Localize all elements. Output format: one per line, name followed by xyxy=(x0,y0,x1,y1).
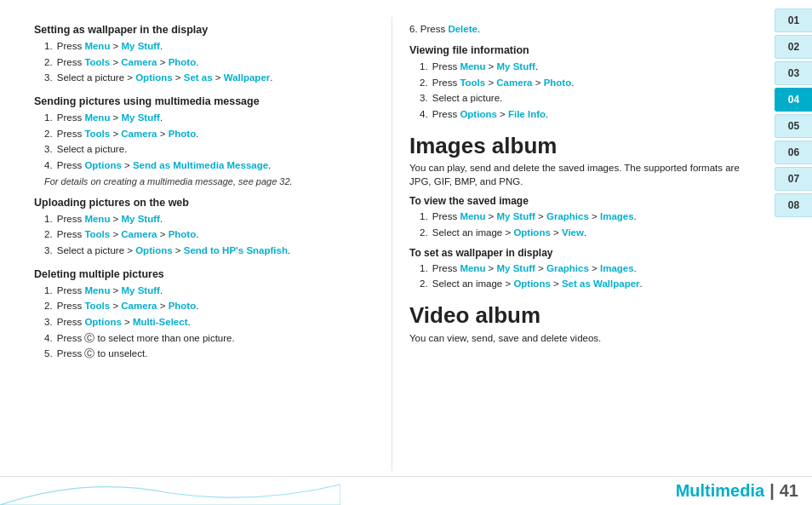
section4-heading: Deleting multiple pictures xyxy=(34,268,375,280)
note-mms: For details on creating a multimedia mes… xyxy=(44,176,375,187)
step6-line: 6. Press Delete. xyxy=(409,24,751,34)
list-item: 2. Select an image > Options > View. xyxy=(420,226,751,240)
link-photo: Photo xyxy=(169,229,197,239)
link-images: Images xyxy=(600,211,634,221)
list-item: 4. Press Ⓒ to select more than one pictu… xyxy=(44,331,375,346)
images-album-heading: Images album xyxy=(409,134,751,158)
view-saved-heading: To view the saved image xyxy=(409,195,751,207)
list-item: 3. Select a picture. xyxy=(44,142,375,157)
sidebar: 01 02 03 04 05 06 07 08 xyxy=(768,0,812,505)
section4-steps: 1. Press Menu > My Stuff. 2. Press Tools… xyxy=(34,284,375,361)
link-mystuff: My Stuff xyxy=(122,214,160,224)
link-photo: Photo xyxy=(544,77,572,88)
list-item: 1. Press Menu > My Stuff > Graphics > Im… xyxy=(420,209,751,224)
section2-steps: 1. Press Menu > My Stuff. 2. Press Tools… xyxy=(34,111,375,173)
link-mystuff: My Stuff xyxy=(497,211,535,221)
link-menu: Menu xyxy=(460,263,485,273)
link-tools: Tools xyxy=(460,77,485,88)
section3-steps: 1. Press Menu > My Stuff. 2. Press Tools… xyxy=(34,212,375,258)
link-setas: Set as xyxy=(184,72,213,83)
video-album-heading: Video album xyxy=(409,303,751,328)
section1-steps: 1. Press Menu > My Stuff. 2. Press Tools… xyxy=(34,39,375,85)
link-mystuff: My Stuff xyxy=(122,285,160,296)
sidebar-item-07[interactable]: 07 xyxy=(775,167,812,191)
link-camera: Camera xyxy=(496,77,532,88)
page-container: Setting as wallpaper in the display 1. P… xyxy=(0,0,812,505)
sidebar-item-04[interactable]: 04 xyxy=(775,88,812,112)
images-album-desc: You can play, send and delete the saved … xyxy=(409,161,751,188)
left-content: Setting as wallpaper in the display 1. P… xyxy=(0,0,392,505)
list-item: 1. Press Menu > My Stuff. xyxy=(44,284,375,298)
link-menu: Menu xyxy=(460,211,485,221)
link-mystuff: My Stuff xyxy=(497,61,535,72)
right-content: 6. Press Delete. Viewing file informatio… xyxy=(392,0,768,505)
list-item: 2. Press Tools > Camera > Photo. xyxy=(44,127,375,141)
sidebar-item-01[interactable]: 01 xyxy=(775,9,812,32)
link-mystuff: My Stuff xyxy=(497,263,535,273)
link-camera: Camera xyxy=(121,229,157,239)
link-photo: Photo xyxy=(169,301,197,311)
list-item: 3. Select a picture > Options > Send to … xyxy=(44,244,375,258)
link-options: Options xyxy=(460,109,496,119)
link-view: View xyxy=(562,227,584,238)
link-menu: Menu xyxy=(84,41,110,51)
link-menu: Menu xyxy=(84,112,110,123)
list-item: 1. Press Menu > My Stuff. xyxy=(44,212,375,227)
viewing-steps: 1. Press Menu > My Stuff. 2. Press Tools… xyxy=(409,60,751,122)
list-item: 3. Select a picture > Options > Set as >… xyxy=(44,71,375,85)
deco-curve xyxy=(0,476,340,505)
link-camera: Camera xyxy=(121,301,157,311)
section2-heading: Sending pictures using multimedia messag… xyxy=(34,95,375,107)
link-options: Options xyxy=(135,245,172,255)
link-setwallpaper: Set as Wallpaper xyxy=(562,278,640,289)
link-options: Options xyxy=(135,72,172,83)
link-tools: Tools xyxy=(84,229,110,239)
list-item: 2. Press Tools > Camera > Photo. xyxy=(420,76,751,90)
list-item: 2. Press Tools > Camera > Photo. xyxy=(44,55,375,70)
bottom-bar-page: 41 xyxy=(780,481,798,501)
list-item: 1. Press Menu > My Stuff. xyxy=(44,39,375,54)
sidebar-item-03[interactable]: 03 xyxy=(775,61,812,85)
link-photo: Photo xyxy=(169,57,197,67)
link-delete: Delete xyxy=(448,24,477,34)
bottom-bar: Multimedia | 41 xyxy=(0,476,812,505)
section1-heading: Setting as wallpaper in the display xyxy=(34,24,375,36)
sidebar-item-08[interactable]: 08 xyxy=(775,193,812,217)
list-item: 4. Press Options > File Info. xyxy=(420,107,751,122)
link-tools: Tools xyxy=(84,129,110,139)
wallpaper-display-heading: To set as wallpaper in display xyxy=(409,247,751,259)
link-options: Options xyxy=(513,227,550,238)
wallpaper-steps: 1. Press Menu > My Stuff > Graphics > Im… xyxy=(409,261,751,291)
link-menu: Menu xyxy=(84,285,110,296)
link-tools: Tools xyxy=(84,57,110,67)
list-item: 1. Press Menu > My Stuff. xyxy=(420,60,751,74)
view-saved-steps: 1. Press Menu > My Stuff > Graphics > Im… xyxy=(409,209,751,239)
sidebar-item-05[interactable]: 05 xyxy=(775,114,812,138)
link-snapfish: Send to HP's Snapfish xyxy=(184,245,288,255)
link-camera: Camera xyxy=(121,129,157,139)
list-item: 2. Press Tools > Camera > Photo. xyxy=(44,227,375,242)
link-graphics: Graphics xyxy=(546,263,589,273)
list-item: 5. Press Ⓒ to unselect. xyxy=(44,347,375,361)
link-options: Options xyxy=(84,317,121,327)
link-options: Options xyxy=(513,278,550,289)
link-options: Options xyxy=(84,160,121,170)
list-item: 3. Press Options > Multi-Select. xyxy=(44,315,375,330)
link-mystuff: My Stuff xyxy=(122,41,160,51)
list-item: 2. Select an image > Options > Set as Wa… xyxy=(420,277,751,291)
link-graphics: Graphics xyxy=(546,211,589,221)
sidebar-item-02[interactable]: 02 xyxy=(775,35,812,59)
sidebar-item-06[interactable]: 06 xyxy=(775,141,812,164)
link-mystuff: My Stuff xyxy=(122,112,160,123)
list-item: 2. Press Tools > Camera > Photo. xyxy=(44,299,375,313)
link-images: Images xyxy=(600,263,634,273)
link-tools: Tools xyxy=(84,301,110,311)
bottom-bar-label: Multimedia xyxy=(676,481,764,501)
list-item: 3. Select a picture. xyxy=(420,91,751,106)
section3-heading: Uploading pictures on the web xyxy=(34,197,375,209)
list-item: 1. Press Menu > My Stuff > Graphics > Im… xyxy=(420,261,751,276)
link-fileinfo: File Info xyxy=(508,109,546,119)
link-multiselect: Multi-Select xyxy=(133,317,188,327)
bottom-bar-separator: | xyxy=(769,481,775,501)
link-menu: Menu xyxy=(84,214,110,224)
